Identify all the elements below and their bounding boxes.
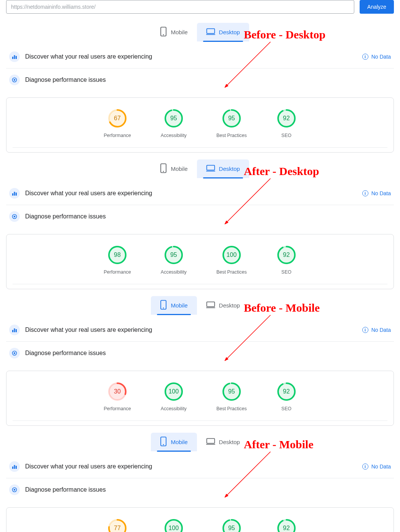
discover-heading: Discover what your real users are experi… (25, 190, 362, 197)
gauge-seo[interactable]: 92 SEO (277, 245, 296, 275)
tab-mobile[interactable]: Mobile (151, 159, 197, 178)
gauge-accessibility[interactable]: 100 Accessibility (161, 382, 187, 411)
svg-rect-4 (12, 57, 13, 59)
svg-rect-44 (16, 329, 17, 332)
discover-heading: Discover what your real users are experi… (25, 53, 362, 60)
url-input[interactable]: https://netdomaininfo.williams.store/ (6, 0, 354, 14)
no-data-label: No Data (371, 327, 391, 333)
no-data-label: No Data (371, 190, 391, 196)
tab-desktop-label: Desktop (219, 439, 240, 445)
gauge-performance[interactable]: 77 Performance (104, 518, 131, 532)
gauge-card: 77 Performance 100 Accessibility 95 (6, 507, 394, 532)
svg-rect-5 (14, 55, 15, 59)
tab-mobile-label: Mobile (171, 439, 187, 445)
gauge-label: Best Practices (216, 133, 247, 138)
discover-section: Discover what your real users are experi… (6, 182, 394, 205)
tab-desktop[interactable]: Desktop (197, 159, 249, 178)
tab-desktop-label: Desktop (219, 166, 240, 172)
gauge-seo[interactable]: 92 SEO (277, 108, 296, 138)
svg-rect-23 (12, 193, 13, 196)
mobile-icon (160, 436, 167, 448)
no-data-link[interactable]: i No Data (362, 327, 391, 333)
gauge-performance[interactable]: 98 Performance (104, 245, 131, 275)
gauge-best_practices[interactable]: 95 Best Practices (216, 108, 247, 138)
svg-rect-2 (206, 29, 214, 33)
gauge-label: Performance (104, 269, 131, 275)
info-icon: i (362, 327, 368, 333)
tab-mobile-label: Mobile (171, 302, 187, 309)
diagnose-section: Diagnose performance issues (6, 68, 394, 91)
gauge-seo[interactable]: 92 SEO (277, 382, 296, 411)
svg-point-39 (163, 307, 164, 309)
svg-rect-62 (14, 465, 15, 469)
discover-heading: Discover what your real users are experi… (25, 327, 362, 333)
gauge-accessibility[interactable]: 95 Accessibility (161, 245, 187, 275)
tab-desktop-label: Desktop (219, 302, 240, 309)
gauge-label: Performance (104, 133, 131, 138)
no-data-link[interactable]: i No Data (362, 464, 391, 470)
gauge-label: SEO (282, 269, 291, 275)
gauge-label: SEO (282, 406, 291, 411)
tab-mobile[interactable]: Mobile (151, 23, 197, 41)
svg-rect-61 (12, 467, 13, 469)
desktop-icon (206, 438, 215, 446)
svg-rect-25 (16, 193, 17, 196)
analyze-button[interactable]: Analyze (360, 0, 394, 14)
svg-point-8 (14, 79, 15, 81)
gauge-seo[interactable]: 92 SEO (277, 518, 296, 532)
tab-desktop[interactable]: Desktop (197, 433, 249, 451)
gauge-label: Accessibility (161, 133, 187, 138)
svg-rect-40 (206, 302, 214, 307)
gauge-label: Performance (104, 406, 131, 411)
target-icon (9, 484, 20, 495)
gauge-accessibility[interactable]: 95 Accessibility (161, 108, 187, 138)
desktop-icon (206, 165, 215, 173)
svg-rect-42 (12, 330, 13, 332)
info-icon: i (362, 54, 368, 60)
gauge-card: 30 Performance 100 Accessibility 95 (6, 371, 394, 426)
target-icon (9, 348, 20, 358)
svg-point-27 (14, 216, 15, 217)
svg-rect-24 (14, 192, 15, 196)
no-data-label: No Data (371, 464, 391, 470)
svg-point-20 (163, 171, 164, 172)
tab-desktop[interactable]: Desktop (197, 296, 249, 315)
diagnose-heading: Diagnose performance issues (25, 486, 391, 493)
device-tabs: Mobile Desktop (0, 23, 400, 41)
discover-section: Discover what your real users are experi… (6, 319, 394, 342)
mobile-icon (160, 163, 167, 174)
desktop-icon (206, 301, 215, 309)
svg-rect-63 (16, 466, 17, 469)
gauge-best_practices[interactable]: 100 Best Practices (216, 245, 247, 275)
gauge-label: Best Practices (216, 406, 247, 411)
device-tabs: Mobile Desktop (0, 433, 400, 451)
gauge-best_practices[interactable]: 95 Best Practices (216, 518, 247, 532)
target-icon (9, 75, 20, 85)
svg-point-1 (163, 34, 164, 35)
svg-rect-6 (16, 56, 17, 59)
info-icon: i (362, 464, 368, 470)
target-icon (9, 211, 20, 222)
svg-point-46 (14, 352, 15, 354)
svg-rect-21 (206, 165, 214, 170)
gauge-best_practices[interactable]: 95 Best Practices (216, 382, 247, 411)
tab-mobile-label: Mobile (171, 166, 187, 172)
tab-mobile[interactable]: Mobile (151, 433, 197, 451)
gauge-accessibility[interactable]: 100 Accessibility (161, 518, 187, 532)
tab-desktop[interactable]: Desktop (197, 23, 249, 41)
tab-desktop-label: Desktop (219, 29, 240, 35)
gauge-label: Accessibility (161, 269, 187, 275)
gauge-performance[interactable]: 30 Performance (104, 382, 131, 411)
no-data-link[interactable]: i No Data (362, 190, 391, 196)
discover-heading: Discover what your real users are experi… (25, 463, 362, 470)
mobile-icon (160, 300, 167, 311)
gauge-performance[interactable]: 67 Performance (104, 108, 131, 138)
no-data-link[interactable]: i No Data (362, 54, 391, 60)
tab-mobile-label: Mobile (171, 29, 187, 35)
svg-point-65 (14, 489, 15, 491)
svg-point-58 (163, 444, 164, 445)
no-data-label: No Data (371, 54, 391, 60)
bars-icon (9, 51, 20, 62)
tab-mobile[interactable]: Mobile (151, 296, 197, 315)
gauge-card: 98 Performance 95 Accessibility 100 (6, 234, 394, 289)
